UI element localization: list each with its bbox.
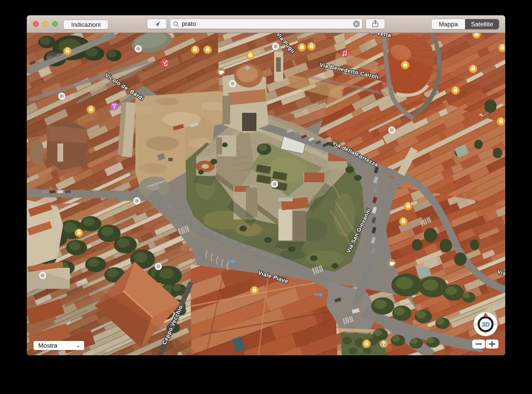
svg-text:3D: 3D [482,321,490,328]
